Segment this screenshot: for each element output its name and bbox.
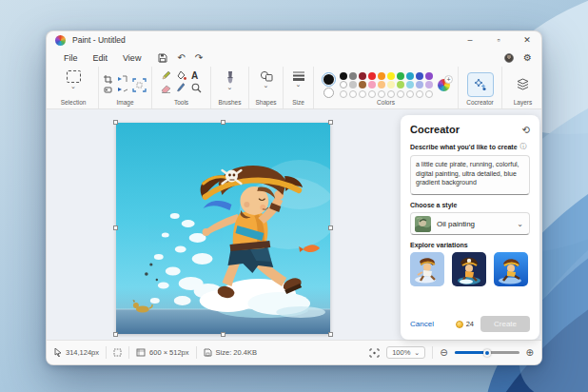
close-button[interactable]: ✕ (513, 31, 541, 49)
select-all-icon[interactable] (132, 78, 147, 92)
section-label: Image (116, 99, 133, 107)
maximize-button[interactable]: ▫ (484, 31, 513, 49)
cocreator-sparkle-icon (474, 78, 487, 91)
custom-color-slot[interactable] (387, 90, 395, 98)
chevron-down-icon: ⌄ (414, 350, 420, 356)
pencil-tool-icon[interactable] (161, 70, 171, 81)
section-selection: ⌄ Selection (49, 67, 98, 108)
zoom-in-icon[interactable]: ⊕ (526, 347, 534, 358)
redo-button[interactable]: ↷ (195, 52, 203, 63)
section-label: Shapes (255, 99, 276, 107)
custom-color-slot[interactable] (359, 90, 366, 98)
section-tools: A Tools (151, 67, 210, 108)
color-swatch[interactable] (378, 81, 385, 88)
cancel-button[interactable]: Cancel (410, 320, 434, 328)
zoom-out-icon[interactable]: ⊖ (440, 347, 447, 358)
rotate-icon[interactable] (104, 86, 112, 94)
custom-color-slot[interactable] (406, 90, 414, 98)
color-swatch[interactable] (378, 72, 385, 80)
eraser-tool-icon[interactable] (161, 84, 171, 93)
shapes-tool[interactable]: ⌄ (260, 70, 273, 99)
resize-handle-nw[interactable] (113, 120, 118, 125)
resize-handle-ne[interactable] (328, 120, 333, 125)
chevron-down-icon: ⌄ (296, 82, 302, 88)
size-tool[interactable]: ⌄ (292, 70, 305, 99)
color-swatch[interactable] (406, 72, 414, 80)
zoom-level-value: 100% (392, 348, 410, 357)
palette-row-custom[interactable] (340, 90, 433, 98)
brushes-tool[interactable]: ⌄ (225, 70, 236, 99)
color-swatch[interactable] (425, 81, 433, 88)
current-color-background[interactable] (323, 88, 334, 98)
variation-3[interactable] (494, 252, 528, 286)
resize-handle-s[interactable] (221, 332, 225, 337)
color-swatch[interactable] (349, 81, 357, 88)
menu-view[interactable]: View (115, 51, 148, 65)
resize-handle-w[interactable] (113, 225, 118, 230)
custom-color-slot[interactable] (425, 90, 433, 98)
section-size: ⌄ Size (283, 67, 313, 108)
fill-tool-icon[interactable] (176, 70, 186, 81)
text-tool-icon[interactable]: A (191, 70, 202, 81)
canvas-size: 600 × 512px (136, 348, 189, 357)
palette-row-1[interactable] (340, 72, 433, 80)
account-avatar[interactable] (504, 53, 514, 63)
resize-handle-se[interactable] (328, 332, 333, 337)
layers-button[interactable] (510, 72, 537, 97)
minimize-button[interactable]: – (456, 31, 484, 49)
style-dropdown[interactable]: Oil painting ⌄ (410, 212, 530, 235)
eyedropper-tool-icon[interactable] (176, 83, 186, 93)
history-icon[interactable]: ⟲ (522, 125, 530, 135)
settings-gear-icon[interactable]: ⚙ (523, 52, 532, 63)
color-swatch[interactable] (397, 81, 404, 88)
variation-2[interactable] (452, 252, 486, 286)
create-button[interactable]: Create (480, 316, 530, 332)
flip-icon[interactable] (118, 86, 128, 94)
custom-color-slot[interactable] (340, 90, 347, 98)
fit-to-window-icon[interactable] (369, 348, 380, 358)
color-swatch[interactable] (368, 72, 376, 80)
variation-1[interactable] (410, 252, 444, 286)
prompt-input[interactable]: a little cute pirate, running, colorful,… (410, 155, 530, 195)
custom-color-slot[interactable] (378, 90, 385, 98)
menu-file[interactable]: File (56, 51, 86, 65)
color-swatch[interactable] (340, 72, 347, 80)
selection-tool[interactable]: ⌄ (67, 70, 81, 99)
magnifier-tool-icon[interactable] (191, 83, 202, 93)
resize-icon[interactable] (118, 75, 128, 84)
resize-handle-e[interactable] (328, 225, 333, 230)
info-icon[interactable]: ⓘ (520, 142, 527, 151)
custom-color-slot[interactable] (397, 90, 404, 98)
crop-icon[interactable] (104, 75, 112, 84)
zoom-level-dropdown[interactable]: 100% ⌄ (386, 346, 425, 359)
color-swatch[interactable] (416, 72, 423, 80)
color-swatch[interactable] (359, 72, 366, 80)
undo-button[interactable]: ↶ (177, 52, 185, 63)
color-swatch[interactable] (359, 81, 366, 88)
edit-colors-wheel-icon[interactable] (438, 79, 450, 91)
color-swatch[interactable] (387, 81, 395, 88)
menu-edit[interactable]: Edit (86, 51, 116, 65)
custom-color-slot[interactable] (368, 90, 376, 98)
cocreator-button[interactable] (467, 72, 494, 97)
color-swatch[interactable] (425, 72, 433, 80)
color-swatch[interactable] (340, 81, 347, 88)
zoom-slider-knob[interactable] (483, 349, 491, 357)
color-swatch[interactable] (397, 72, 404, 80)
palette-row-2[interactable] (340, 81, 433, 88)
resize-handle-n[interactable] (221, 120, 225, 125)
resize-handle-sw[interactable] (113, 332, 118, 337)
color-swatch[interactable] (368, 81, 376, 88)
current-color-foreground[interactable] (322, 72, 336, 87)
pirate-artwork (116, 123, 330, 334)
save-button[interactable] (158, 53, 167, 63)
custom-color-slot[interactable] (349, 90, 357, 98)
color-swatch[interactable] (387, 72, 395, 80)
color-swatch[interactable] (406, 81, 414, 88)
custom-color-slot[interactable] (416, 90, 423, 98)
color-swatch[interactable] (349, 72, 357, 80)
title-bar[interactable]: Paint - Untitled – ▫ ✕ (47, 31, 541, 49)
canvas[interactable] (116, 123, 330, 334)
zoom-slider[interactable] (455, 351, 519, 354)
color-swatch[interactable] (416, 81, 423, 88)
